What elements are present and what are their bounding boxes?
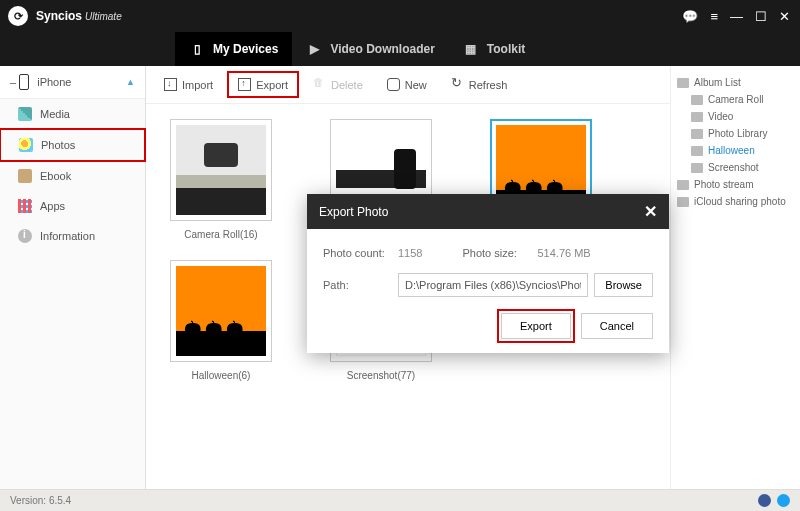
sidebar-item-label: Media xyxy=(40,108,70,120)
album-label: Camera Roll(16) xyxy=(184,229,257,240)
close-button[interactable]: ✕ xyxy=(779,9,790,24)
folder-icon xyxy=(691,112,703,122)
album-list-item[interactable]: Photo stream xyxy=(677,176,794,193)
tab-my-devices[interactable]: ▯ My Devices xyxy=(175,32,292,66)
refresh-button[interactable]: Refresh xyxy=(441,72,518,97)
dialog-actions: Export Cancel xyxy=(323,313,653,339)
info-icon xyxy=(18,229,32,243)
folder-icon xyxy=(677,78,689,88)
grid-icon: ▦ xyxy=(463,41,479,57)
toolbar: Import Export Delete New Refresh xyxy=(146,66,670,104)
dialog-body: Photo count: 1158 Photo size: 514.76 MB … xyxy=(307,229,669,353)
export-button[interactable]: Export xyxy=(227,71,299,98)
phone-icon: ▯ xyxy=(189,41,205,57)
menu-icon[interactable]: ≡ xyxy=(710,9,718,24)
item-label: Camera Roll xyxy=(708,94,764,105)
social-links xyxy=(758,494,790,507)
sidebar: – iPhone ▲ Media Photos Ebook Apps Infor… xyxy=(0,66,146,489)
app-logo-icon: ⟳ xyxy=(8,6,28,26)
tab-label: My Devices xyxy=(213,42,278,56)
album-camera-roll[interactable]: Camera Roll(16) xyxy=(161,119,281,240)
album-list-item[interactable]: Photo Library xyxy=(677,125,794,142)
apps-icon xyxy=(18,199,32,213)
status-bar: Version: 6.5.4 xyxy=(0,489,800,511)
device-name: iPhone xyxy=(37,76,71,88)
facebook-icon[interactable] xyxy=(758,494,771,507)
button-label: Export xyxy=(256,79,288,91)
sidebar-item-label: Apps xyxy=(40,200,65,212)
tab-toolkit[interactable]: ▦ Toolkit xyxy=(449,32,539,66)
folder-icon xyxy=(691,163,703,173)
sidebar-item-media[interactable]: Media xyxy=(0,99,145,129)
item-label: Photo Library xyxy=(708,128,767,139)
dialog-info-row: Photo count: 1158 Photo size: 514.76 MB xyxy=(323,247,653,259)
dialog-titlebar: Export Photo ✕ xyxy=(307,194,669,229)
button-label: Delete xyxy=(331,79,363,91)
folder-icon xyxy=(677,180,689,190)
album-list-item[interactable]: Video xyxy=(677,108,794,125)
dialog-close-button[interactable]: ✕ xyxy=(644,202,657,221)
titlebar: ⟳ Syncios Ultimate 💬 ≡ — ☐ ✕ xyxy=(0,0,800,32)
album-list-panel: Album List Camera Roll Video Photo Libra… xyxy=(670,66,800,489)
tab-video-downloader[interactable]: ▶ Video Downloader xyxy=(292,32,448,66)
panel-title: Album List xyxy=(694,77,741,88)
thumbnail-icon xyxy=(176,266,266,356)
photos-icon xyxy=(19,138,33,152)
album-list-item[interactable]: Camera Roll xyxy=(677,91,794,108)
sidebar-item-information[interactable]: Information xyxy=(0,221,145,251)
dialog-title: Export Photo xyxy=(319,205,388,219)
album-list-item[interactable]: Screenshot xyxy=(677,159,794,176)
sidebar-item-apps[interactable]: Apps xyxy=(0,191,145,221)
app-edition: Ultimate xyxy=(85,11,122,22)
button-label: Refresh xyxy=(469,79,508,91)
sidebar-item-label: Information xyxy=(40,230,95,242)
path-label: Path: xyxy=(323,279,398,291)
path-input[interactable] xyxy=(398,273,588,297)
dialog-export-button[interactable]: Export xyxy=(501,313,571,339)
browse-button[interactable]: Browse xyxy=(594,273,653,297)
window-controls: 💬 ≡ — ☐ ✕ xyxy=(682,9,800,24)
export-photo-dialog: Export Photo ✕ Photo count: 1158 Photo s… xyxy=(307,194,669,353)
album-list-title: Album List xyxy=(677,74,794,91)
photo-size-label: Photo size: xyxy=(462,247,537,259)
album-list-item[interactable]: iCloud sharing photo xyxy=(677,193,794,210)
sidebar-item-label: Photos xyxy=(41,139,75,151)
ebook-icon xyxy=(18,169,32,183)
device-selector[interactable]: – iPhone ▲ xyxy=(0,66,145,99)
dash-icon: – xyxy=(10,76,16,88)
folder-icon xyxy=(691,129,703,139)
new-icon xyxy=(387,78,400,91)
folder-icon xyxy=(677,197,689,207)
album-list-item[interactable]: Halloween xyxy=(677,142,794,159)
tab-label: Video Downloader xyxy=(330,42,434,56)
tab-label: Toolkit xyxy=(487,42,525,56)
app-name: Syncios xyxy=(36,9,82,23)
chat-icon[interactable]: 💬 xyxy=(682,9,698,24)
main-nav: ▯ My Devices ▶ Video Downloader ▦ Toolki… xyxy=(0,32,800,66)
refresh-icon xyxy=(451,78,464,91)
phone-icon xyxy=(19,74,29,90)
photo-count-label: Photo count: xyxy=(323,247,398,259)
folder-icon xyxy=(691,146,703,156)
button-label: New xyxy=(405,79,427,91)
trash-icon xyxy=(313,78,326,91)
delete-button[interactable]: Delete xyxy=(303,72,373,97)
new-button[interactable]: New xyxy=(377,72,437,97)
photo-size-value: 514.76 MB xyxy=(537,247,590,259)
dialog-cancel-button[interactable]: Cancel xyxy=(581,313,653,339)
chevron-up-icon: ▲ xyxy=(126,77,135,87)
sidebar-item-photos[interactable]: Photos xyxy=(0,128,146,162)
thumbnail-icon xyxy=(176,125,266,215)
import-icon xyxy=(164,78,177,91)
album-label: Halloween(6) xyxy=(192,370,251,381)
button-label: Import xyxy=(182,79,213,91)
minimize-button[interactable]: — xyxy=(730,9,743,24)
version-label: Version: 6.5.4 xyxy=(10,495,71,506)
item-label: iCloud sharing photo xyxy=(694,196,786,207)
import-button[interactable]: Import xyxy=(154,72,223,97)
maximize-button[interactable]: ☐ xyxy=(755,9,767,24)
twitter-icon[interactable] xyxy=(777,494,790,507)
sidebar-item-ebook[interactable]: Ebook xyxy=(0,161,145,191)
album-halloween[interactable]: Halloween(6) xyxy=(161,260,281,381)
dialog-path-row: Path: Browse xyxy=(323,273,653,297)
